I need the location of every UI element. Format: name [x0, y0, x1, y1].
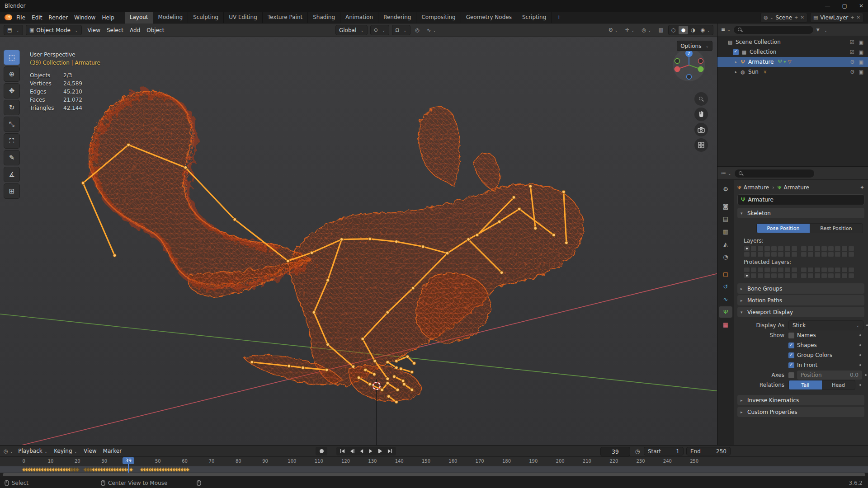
snap-dropdown[interactable]: Ω — [392, 25, 410, 35]
layer-toggle[interactable] — [828, 273, 834, 278]
bone-joint[interactable] — [498, 220, 501, 223]
bone-joint[interactable] — [395, 366, 398, 369]
minimize-button[interactable]: — — [825, 3, 830, 9]
world-tab[interactable]: ◔ — [719, 251, 732, 263]
skeleton-panel-header[interactable]: Skeleton — [737, 208, 864, 218]
cursor-tool[interactable]: ⊕ — [4, 66, 20, 82]
checkbox-names[interactable] — [788, 333, 794, 338]
bone-joint[interactable] — [233, 218, 236, 221]
bone-joint[interactable] — [286, 259, 289, 263]
layer-toggle[interactable] — [744, 267, 750, 272]
xray-toggle[interactable]: ▥ — [656, 25, 665, 35]
add-workspace-button[interactable]: + — [552, 12, 566, 23]
bone-joint[interactable] — [386, 361, 389, 364]
head-button[interactable]: Head — [822, 380, 855, 389]
animate-dot-icon[interactable] — [859, 384, 861, 386]
bone-joint[interactable] — [403, 383, 406, 386]
layer-toggle[interactable] — [821, 246, 827, 251]
bone-joint[interactable] — [312, 311, 316, 314]
bone-joint[interactable] — [127, 143, 130, 146]
timeline-menu-keying[interactable]: Keying — [51, 446, 80, 455]
collection-checkbox[interactable] — [733, 49, 739, 55]
layer-toggle[interactable] — [750, 246, 757, 251]
layer-toggle[interactable] — [764, 246, 770, 251]
gizmo-y-axis[interactable] — [698, 66, 704, 72]
axes-checkbox[interactable] — [788, 372, 794, 378]
layer-toggle[interactable] — [848, 267, 854, 272]
layer-toggle[interactable] — [778, 246, 784, 251]
workspace-tab-shading[interactable]: Shading — [308, 12, 340, 23]
breadcrumb-data[interactable]: Ψ Armature — [778, 184, 809, 191]
animate-dot-icon[interactable] — [866, 324, 868, 326]
bone-joint[interactable] — [393, 375, 396, 378]
checkbox-group-colors[interactable] — [788, 352, 794, 358]
proportional-editing-toggle[interactable]: ◎ — [413, 25, 422, 35]
menu-help[interactable]: Help — [99, 13, 117, 22]
checkbox-shapes[interactable] — [788, 343, 794, 348]
breadcrumb-object[interactable]: Ψ Armature — [737, 184, 769, 191]
animate-dot-icon[interactable] — [859, 334, 861, 336]
layer-toggle[interactable] — [848, 252, 854, 257]
tool-tab[interactable]: ⚙ — [719, 183, 732, 195]
armature-name-field[interactable]: Ψ Armature — [737, 194, 864, 205]
bone-joint[interactable] — [288, 365, 291, 368]
layer-toggle[interactable] — [848, 246, 854, 251]
layer-toggle[interactable] — [757, 246, 764, 251]
timeline-menu-playback[interactable]: Playback — [15, 446, 51, 455]
workspace-tab-geometry-nodes[interactable]: Geometry Nodes — [461, 12, 517, 23]
layer-toggle[interactable] — [821, 267, 827, 272]
layer-toggle[interactable] — [814, 273, 821, 278]
selectable-checkbox-icon[interactable]: ☑ — [850, 39, 854, 45]
layer-toggle[interactable] — [841, 252, 848, 257]
view-layer-tab[interactable]: ▥ — [719, 226, 732, 237]
layer-toggle[interactable] — [828, 252, 834, 257]
use-preview-range-button[interactable]: ◷ — [633, 447, 642, 455]
bone-joint[interactable] — [352, 365, 355, 368]
bone-joint[interactable] — [368, 237, 372, 240]
filter-icon[interactable]: ▼ — [816, 28, 820, 32]
menu-window[interactable]: Window — [71, 13, 99, 22]
bone-joint[interactable] — [250, 361, 254, 364]
bone-joint[interactable] — [386, 382, 389, 385]
bone-joint[interactable] — [395, 400, 398, 404]
workspace-tab-scripting[interactable]: Scripting — [517, 12, 552, 23]
menu-edit[interactable]: Edit — [28, 13, 45, 22]
new-scene-icon[interactable]: + — [794, 15, 798, 20]
play-button[interactable] — [366, 447, 376, 455]
layer-toggle[interactable] — [764, 252, 770, 257]
bone-joint[interactable] — [395, 360, 398, 363]
bone-joint[interactable] — [373, 373, 376, 376]
workspace-tab-modeling[interactable]: Modeling — [153, 12, 189, 23]
falloff-dropdown[interactable]: ∿ — [425, 25, 439, 35]
layer-toggle[interactable] — [848, 273, 854, 278]
move-tool[interactable]: ✥ — [4, 83, 20, 99]
layer-toggle[interactable] — [744, 273, 750, 278]
bone-joint[interactable] — [364, 368, 367, 371]
blender-logo-menu[interactable] — [5, 14, 12, 20]
bone-joint[interactable] — [386, 311, 389, 314]
bone-joint[interactable] — [399, 367, 402, 371]
shading-solid-button[interactable]: ● — [679, 26, 689, 34]
layer-toggle[interactable] — [784, 246, 791, 251]
view-layer-selector[interactable]: ▤ ViewLayer + ✕ — [810, 13, 863, 23]
layer-toggle[interactable] — [750, 267, 757, 272]
shading-material-button[interactable]: ◑ — [688, 26, 698, 34]
menu-file[interactable]: File — [13, 13, 28, 22]
render-camera-icon[interactable]: ▣ — [859, 49, 863, 55]
workspace-tab-texture-paint[interactable]: Texture Paint — [263, 12, 308, 23]
jump-to-end-button[interactable] — [385, 447, 395, 455]
overlays-dropdown[interactable]: ◎ — [639, 25, 653, 35]
visibility-eye-icon[interactable]: ʘ — [850, 59, 854, 65]
current-frame-field[interactable]: 39 — [600, 447, 630, 456]
transform-orientation-dropdown[interactable]: Global — [335, 25, 368, 35]
pan-button[interactable] — [694, 108, 708, 121]
layer-toggle[interactable] — [744, 246, 750, 251]
outliner-options-dropdown[interactable] — [822, 27, 828, 33]
workspace-tab-animation[interactable]: Animation — [340, 12, 378, 23]
layer-toggle[interactable] — [764, 267, 770, 272]
navigation-gizmo[interactable]: Z — [672, 48, 706, 82]
outliner-row-collection[interactable]: ▦Collection☑▣ — [717, 47, 868, 57]
close-button[interactable]: ✕ — [859, 3, 863, 9]
gizmo-z-neg-axis[interactable] — [687, 75, 692, 80]
viewport-menu-view[interactable]: View — [85, 26, 104, 35]
